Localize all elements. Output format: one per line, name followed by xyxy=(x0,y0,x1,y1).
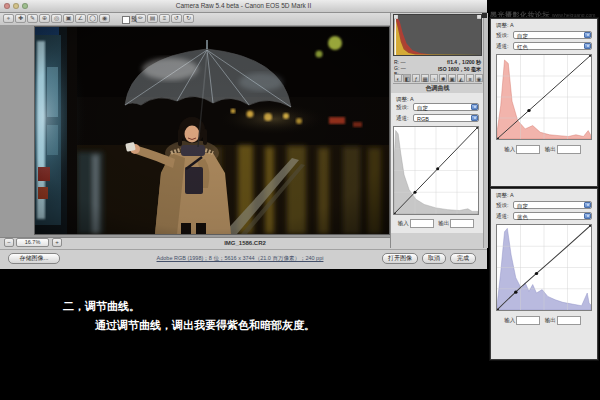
input-label: 输入 xyxy=(504,146,515,152)
straighten-tool-icon[interactable]: ∠ xyxy=(75,14,86,23)
acr-curve-panel: 调整: A 预设: 自定 通道: RGB xyxy=(391,93,484,233)
hand-tool-icon[interactable]: ✚ xyxy=(15,14,26,23)
dropdown-stepper-icon[interactable] xyxy=(584,32,591,38)
rotate-right-tool-icon[interactable]: ↻ xyxy=(183,14,194,23)
preset-dropdown[interactable]: 自定 xyxy=(413,103,479,111)
preview-canvas[interactable] xyxy=(0,25,390,238)
dropdown-stepper-icon[interactable] xyxy=(471,104,478,110)
curve-point[interactable] xyxy=(436,167,439,170)
tab-hsl-icon[interactable]: ▦ xyxy=(421,74,429,82)
tone-curve-graph[interactable] xyxy=(393,126,479,215)
curve-point[interactable] xyxy=(514,291,517,294)
filename-label: IMG_1586.CR2 xyxy=(120,240,370,246)
photo-preview[interactable] xyxy=(35,27,389,234)
tab-camera-calibration-icon[interactable]: ▣ xyxy=(448,74,456,82)
input-output-row: 输入 输出 xyxy=(491,316,597,324)
input-field[interactable] xyxy=(516,316,540,325)
spot-removal-tool-icon[interactable]: ◯ xyxy=(87,14,98,23)
done-button[interactable]: 完成 xyxy=(450,253,476,264)
input-output-row: 输入 输出 xyxy=(491,145,597,153)
curve-panel-header: 调整: A xyxy=(496,22,514,29)
output-field[interactable] xyxy=(557,316,581,325)
tab-basic-icon[interactable]: ◐ xyxy=(394,74,402,82)
zoom-tool-icon[interactable]: ⌖ xyxy=(3,14,14,23)
screenshot-root: Camera Raw 5.4 beta - Canon EOS 5D Mark … xyxy=(0,0,600,400)
preset-dropdown[interactable]: 自定 xyxy=(513,31,592,39)
input-field[interactable] xyxy=(516,145,540,154)
rotate-left-tool-icon[interactable]: ↺ xyxy=(171,14,182,23)
tab-lens-icon[interactable]: ✱ xyxy=(439,74,447,82)
zoom-level-dropdown[interactable]: 16.7% xyxy=(16,238,49,247)
output-field[interactable] xyxy=(557,145,581,154)
dropdown-stepper-icon[interactable] xyxy=(584,213,591,219)
output-label: 输出 xyxy=(545,317,556,323)
preset-label: 预设: xyxy=(396,104,409,111)
window-title: Camera Raw 5.4 beta - Canon EOS 5D Mark … xyxy=(0,2,487,9)
settings-panel: R: — G: — B: — f/1.4，1/200 秒 ISO 1600，50… xyxy=(390,13,484,248)
tab-more-icon[interactable]: ◉ xyxy=(475,74,483,82)
input-field[interactable] xyxy=(410,219,434,228)
tab-presets-icon[interactable]: ◭ xyxy=(457,74,465,82)
preset-label: 预设: xyxy=(496,202,509,209)
red-eye-tool-icon[interactable]: ◉ xyxy=(99,14,110,23)
channel-label: 通道: xyxy=(496,43,509,50)
curves-panel-red: 调整: A 预设: 自定 通道: 红色 xyxy=(490,18,598,187)
dropdown-stepper-icon[interactable] xyxy=(584,202,591,208)
preset-label: 预设: xyxy=(496,32,509,39)
caption-line-2: 通过调节曲线，调出我要得紫色和暗部灰度。 xyxy=(95,316,315,335)
workflow-options-link[interactable]: Adobe RGB (1998)；8 位；5616 x 3744（21.0 百万… xyxy=(110,255,370,262)
channel-dropdown[interactable]: RGB xyxy=(413,114,479,122)
input-output-row: 输入 输出 xyxy=(391,219,484,227)
channel-label: 通道: xyxy=(496,213,509,220)
bottom-bar: 存储图像... Adobe RGB (1998)；8 位；5616 x 3744… xyxy=(0,249,487,269)
targeted-adjustment-tool-icon[interactable]: ◎ xyxy=(51,14,62,23)
histogram xyxy=(393,14,482,56)
tab-split-toning-icon[interactable]: ◔ xyxy=(430,74,438,82)
channel-dropdown[interactable]: 蓝色 xyxy=(513,212,592,220)
output-label: 输出 xyxy=(545,146,556,152)
red-curve-graph[interactable] xyxy=(496,54,592,140)
curve-point[interactable] xyxy=(413,191,416,194)
channel-label: 通道: xyxy=(396,115,409,122)
exif-iso-focal: ISO 1600，50 毫米 xyxy=(419,66,481,73)
zoom-out-button[interactable]: − xyxy=(4,238,14,247)
preview-checkbox[interactable] xyxy=(122,16,130,24)
graduated-filter-tool-icon[interactable]: ▤ xyxy=(147,14,158,23)
caption-line-1: 二，调节曲线。 xyxy=(63,297,315,316)
tab-detail-icon[interactable]: ƒ xyxy=(412,74,420,82)
white-balance-tool-icon[interactable]: ✎ xyxy=(27,14,38,23)
tab-snapshots-icon[interactable]: ≡ xyxy=(466,74,474,82)
zoom-in-button[interactable]: + xyxy=(52,238,62,247)
tab-title: 色调曲线 xyxy=(391,84,484,93)
input-label: 输入 xyxy=(398,220,409,226)
save-image-button[interactable]: 存储图像... xyxy=(8,253,60,264)
title-bar: Camera Raw 5.4 beta - Canon EOS 5D Mark … xyxy=(0,0,487,13)
exif-aperture-shutter: f/1.4，1/200 秒 xyxy=(419,59,481,66)
camera-raw-window: Camera Raw 5.4 beta - Canon EOS 5D Mark … xyxy=(0,0,487,268)
blue-curve-graph[interactable] xyxy=(496,224,592,311)
channel-dropdown[interactable]: 红色 xyxy=(513,42,592,50)
curve-panel-header: 调整: A xyxy=(496,192,514,199)
output-label: 输出 xyxy=(438,220,449,226)
dropdown-stepper-icon[interactable] xyxy=(584,43,591,49)
output-field[interactable] xyxy=(450,219,474,228)
panel-tabs: ◐ ◧ ƒ ▦ ◔ ✱ ▣ ◭ ≡ ◉ xyxy=(393,74,482,84)
watermark-title: 黑光摄影化妆论坛 xyxy=(490,11,550,18)
curve-point[interactable] xyxy=(527,109,530,112)
curve-panel-header: 调整: A xyxy=(396,96,414,103)
color-sampler-tool-icon[interactable]: ⊕ xyxy=(39,14,50,23)
dropdown-stepper-icon[interactable] xyxy=(471,115,478,121)
curve-point[interactable] xyxy=(535,272,538,275)
panel-scrollbar[interactable] xyxy=(483,13,488,248)
cancel-button[interactable]: 取消 xyxy=(422,253,446,264)
curves-panel-blue: 调整: A 预设: 自定 通道: 蓝色 xyxy=(490,188,598,360)
preset-dropdown[interactable]: 自定 xyxy=(513,201,592,209)
tutorial-caption: 二，调节曲线。 通过调节曲线，调出我要得紫色和暗部灰度。 xyxy=(63,297,315,335)
tab-tone-curve-icon[interactable]: ◧ xyxy=(403,74,411,82)
crop-tool-icon[interactable]: ▣ xyxy=(63,14,74,23)
input-label: 输入 xyxy=(504,317,515,323)
exif-info: f/1.4，1/200 秒 ISO 1600，50 毫米 xyxy=(419,59,481,73)
scrollbar-arrow-icon[interactable] xyxy=(482,13,487,18)
open-image-button[interactable]: 打开图像 xyxy=(382,253,418,264)
preferences-tool-icon[interactable]: ≡ xyxy=(159,14,170,23)
